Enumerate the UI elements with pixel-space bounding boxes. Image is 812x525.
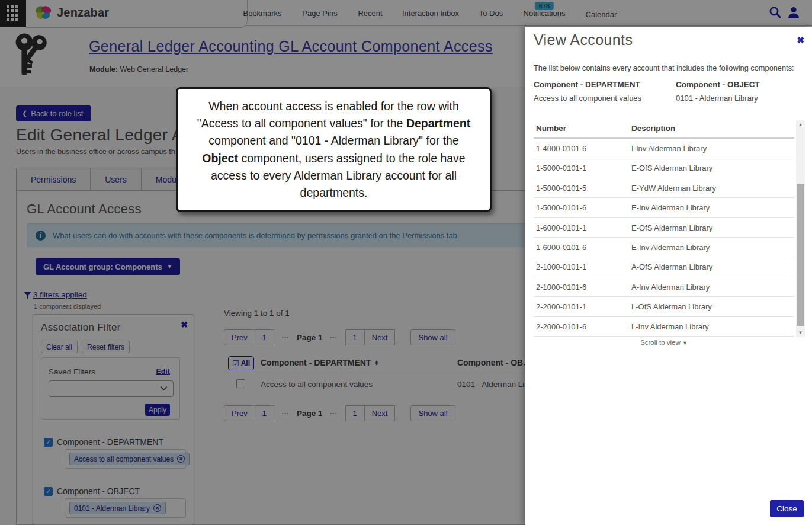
account-row: 1-5000-0101-5 E-YdW Alderman Library [534,178,794,198]
scroll-to-view-link[interactable]: Scroll to view ▼ [525,339,803,346]
account-description: E-YdW Alderman Library [631,184,716,193]
account-number: 1-6000-0101-1 [536,223,586,232]
panel-description: The list below contains every account th… [534,63,794,72]
account-description: E-Inv Alderman Library [631,203,710,212]
account-description: E-OfS Alderman Library [631,223,712,232]
scroll-up-icon[interactable]: ▲ [796,120,805,129]
scroll-hint-label: Scroll to view [640,339,681,346]
account-number: 2-1000-0101-6 [536,283,586,292]
account-number: 1-5000-0101-5 [536,184,586,193]
scroll-down-icon[interactable]: ▼ [796,328,805,337]
callout-text: When account access is enabled for the r… [178,92,490,208]
accounts-table: Number Description 1-4000-0101-6 I-Inv A… [534,120,794,337]
criteria-department-value: Access to all component values [534,94,641,103]
criteria-department: Component - DEPARTMENT Access to all com… [534,80,641,103]
account-number: 2-2000-0101-6 [536,322,586,331]
accounts-table-body: 1-4000-0101-6 I-Inv Alderman Library 1-5… [534,139,794,337]
panel-scrollbar[interactable]: ▲ ▼ [796,120,805,337]
view-accounts-panel: View Accounts ✖ The list below contains … [525,27,812,525]
account-description: E-OfS Alderman Library [631,164,712,172]
account-description: A-OfS Alderman Library [631,262,712,271]
account-row: 1-5000-0101-6 E-Inv Alderman Library [534,198,794,217]
account-number: 2-1000-0101-1 [536,262,586,271]
instruction-callout: When account access is enabled for the r… [176,87,492,212]
criteria-department-label: Component - DEPARTMENT [534,80,641,89]
account-description: E-Inv Alderman Library [631,243,710,252]
criteria-object: Component - OBJECT 0101 - Alderman Libra… [676,80,760,103]
account-row: 2-2000-0101-6 L-Inv Alderman Library [534,317,794,337]
close-panel-button[interactable]: Close [770,500,804,517]
scrollbar-thumb[interactable] [797,184,804,326]
account-number: 1-5000-0101-6 [536,203,586,212]
panel-close-icon[interactable]: ✖ [797,36,804,44]
account-row: 1-4000-0101-6 I-Inv Alderman Library [534,139,794,158]
account-row: 1-6000-0101-1 E-OfS Alderman Library [534,218,794,238]
app-window: Jenzabar Bookmarks Page Pins Recent Inte… [0,0,812,525]
triangle-down-icon: ▼ [682,340,688,346]
account-number: 1-5000-0101-1 [536,164,586,172]
accounts-table-header: Number Description [534,120,794,139]
account-number: 1-4000-0101-6 [536,144,586,153]
account-description: I-Inv Alderman Library [631,144,707,153]
account-description: L-OfS Alderman Library [631,302,712,311]
description-column-header: Description [631,124,675,133]
account-number: 1-6000-0101-6 [536,243,586,252]
account-row: 2-2000-0101-1 L-OfS Alderman Library [534,297,794,316]
account-row: 2-1000-0101-1 A-OfS Alderman Library [534,257,794,277]
panel-title: View Accounts [534,31,633,49]
account-row: 2-1000-0101-6 A-Inv Alderman Library [534,277,794,297]
account-row: 1-5000-0101-1 E-OfS Alderman Library [534,158,794,178]
criteria-object-value: 0101 - Alderman Library [676,94,760,103]
account-number: 2-2000-0101-1 [536,302,586,311]
criteria-object-label: Component - OBJECT [676,80,760,89]
account-description: A-Inv Alderman Library [631,283,710,292]
number-column-header: Number [536,124,566,133]
account-description: L-Inv Alderman Library [631,322,709,331]
account-row: 1-6000-0101-6 E-Inv Alderman Library [534,238,794,257]
